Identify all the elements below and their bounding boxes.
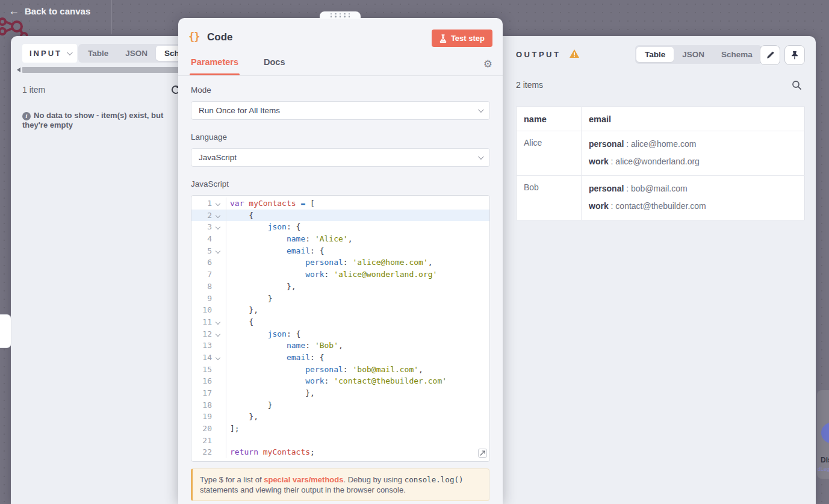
fold-gutter — [212, 293, 226, 305]
fold-chevron-icon[interactable] — [216, 249, 220, 254]
line-number: 22 — [191, 446, 212, 458]
back-arrow-icon: ← — [8, 5, 19, 16]
fold-chevron-icon[interactable] — [216, 213, 220, 217]
canvas-connector-line — [111, 0, 112, 34]
code-line[interactable]: 1var myContacts = [ — [191, 198, 489, 210]
code-text — [226, 435, 230, 447]
code-line[interactable]: 11 { — [191, 316, 489, 328]
fold-gutter[interactable] — [212, 210, 226, 222]
code-line[interactable]: 5 email: { — [191, 245, 489, 257]
search-icon[interactable] — [792, 80, 802, 90]
code-text: }, — [226, 387, 315, 399]
fold-chevron-icon[interactable] — [216, 320, 220, 325]
email-entry: personal : alice@home.com — [589, 138, 797, 150]
input-tab-table[interactable]: Table — [79, 46, 117, 61]
input-select[interactable]: INPUT — [22, 44, 77, 63]
chevron-down-icon — [67, 49, 73, 55]
code-line[interactable]: 2 { — [191, 210, 489, 222]
output-tab-schema[interactable]: Schema — [713, 47, 761, 62]
fold-chevron-icon[interactable] — [216, 201, 220, 206]
fold-gutter[interactable] — [212, 328, 226, 340]
code-line[interactable]: 20]; — [191, 423, 489, 435]
back-label: Back to canvas — [25, 6, 90, 16]
language-label: Language — [191, 132, 490, 142]
line-number: 13 — [191, 340, 212, 352]
code-line[interactable]: 21 — [191, 435, 489, 447]
fold-gutter — [212, 269, 226, 281]
code-line[interactable]: 18 } — [191, 399, 489, 411]
line-number: 2 — [191, 210, 212, 222]
code-line[interactable]: 4 name: 'Alice', — [191, 233, 489, 245]
node-icon — [821, 423, 829, 443]
code-editor-label: JavaScript — [191, 179, 490, 188]
code-line[interactable]: 6 personal: 'alice@home.com', — [191, 257, 489, 269]
code-line[interactable]: 8 }, — [191, 281, 489, 293]
edit-output-button[interactable] — [760, 45, 780, 65]
line-number: 14 — [191, 352, 212, 364]
code-line[interactable]: 15 personal: 'bob@mail.com', — [191, 364, 489, 376]
input-tab-json[interactable]: JSON — [117, 46, 156, 61]
code-line[interactable]: 3 json: { — [191, 221, 489, 233]
node-details-modal: {} Code Test step ParametersDocs ⚙ Mode … — [178, 18, 503, 504]
column-header-name[interactable]: name — [517, 107, 582, 131]
code-line[interactable]: 14 email: { — [191, 352, 489, 364]
code-line[interactable]: 22return myContacts; — [191, 446, 489, 458]
code-line[interactable]: 12 json: { — [191, 328, 489, 340]
fold-chevron-icon[interactable] — [216, 355, 220, 360]
code-line[interactable]: 7 work: 'alice@wonderland.org' — [191, 269, 489, 281]
gear-icon[interactable]: ⚙ — [483, 59, 492, 69]
mode-select[interactable]: Run Once for All Items — [191, 101, 490, 120]
tab-docs[interactable]: Docs — [264, 57, 285, 75]
input-panel: INPUT TableJSONSchema 1 item iNo data to… — [11, 36, 179, 504]
code-line[interactable]: 13 name: 'Bob', — [191, 340, 489, 352]
fold-gutter[interactable] — [212, 198, 226, 210]
special-vars-link[interactable]: special vars/methods — [264, 475, 343, 484]
line-number: 17 — [191, 387, 212, 399]
input-label: INPUT — [29, 49, 62, 58]
line-number: 1 — [191, 198, 212, 210]
cell-email: personal : bob@mail.comwork : contact@th… — [582, 176, 805, 220]
output-label: OUTPUT — [516, 50, 560, 59]
fold-gutter[interactable] — [212, 245, 226, 257]
line-number: 4 — [191, 233, 212, 245]
line-number: 3 — [191, 221, 212, 233]
code-line[interactable]: 16 work: 'contact@thebuilder.com' — [191, 375, 489, 387]
canvas-node-fragment[interactable]: Dis dLega — [817, 390, 829, 479]
code-text: ]; — [226, 423, 240, 435]
code-line[interactable]: 17 }, — [191, 387, 489, 399]
tab-parameters[interactable]: Parameters — [191, 57, 238, 75]
horizontal-scrollbar[interactable] — [17, 66, 181, 73]
table-row[interactable]: Alicepersonal : alice@home.comwork : ali… — [517, 131, 805, 176]
fold-chevron-icon[interactable] — [216, 331, 220, 336]
pin-icon — [790, 51, 799, 60]
table-row[interactable]: Bobpersonal : bob@mail.comwork : contact… — [517, 176, 805, 220]
code-text: email: { — [226, 352, 324, 364]
code-editor[interactable]: 1var myContacts = [2 {3 json: {4 name: '… — [191, 195, 490, 462]
line-number: 20 — [191, 423, 212, 435]
scrollbar-thumb[interactable] — [22, 67, 181, 73]
test-step-button[interactable]: Test step — [432, 30, 492, 47]
fold-gutter[interactable] — [212, 221, 226, 233]
fold-chevron-icon[interactable] — [216, 225, 220, 229]
pin-data-button[interactable] — [784, 45, 805, 65]
output-tab-table[interactable]: Table — [636, 47, 674, 62]
panel-drag-handle[interactable] — [0, 314, 11, 348]
info-icon: i — [22, 112, 31, 120]
column-header-email[interactable]: email — [582, 107, 805, 131]
back-to-canvas-button[interactable]: ← Back to canvas — [8, 5, 90, 16]
fold-gutter — [212, 375, 226, 387]
code-text: personal: 'bob@mail.com', — [226, 364, 423, 376]
output-panel: OUTPUT TableJSONSchema 2 items — [509, 36, 816, 504]
language-select[interactable]: JavaScript — [191, 148, 490, 167]
line-number: 10 — [191, 304, 212, 316]
code-line[interactable]: 19 }, — [191, 411, 489, 423]
email-entry: personal : bob@mail.com — [589, 182, 797, 194]
editor-resize-handle[interactable] — [478, 449, 487, 458]
code-text: } — [226, 399, 272, 411]
fold-gutter[interactable] — [212, 316, 226, 328]
code-line[interactable]: 9 } — [191, 293, 489, 305]
output-tab-json[interactable]: JSON — [674, 47, 713, 62]
code-line[interactable]: 10 }, — [191, 304, 489, 316]
scroll-left-arrow-icon[interactable] — [17, 67, 20, 72]
fold-gutter[interactable] — [212, 352, 226, 364]
